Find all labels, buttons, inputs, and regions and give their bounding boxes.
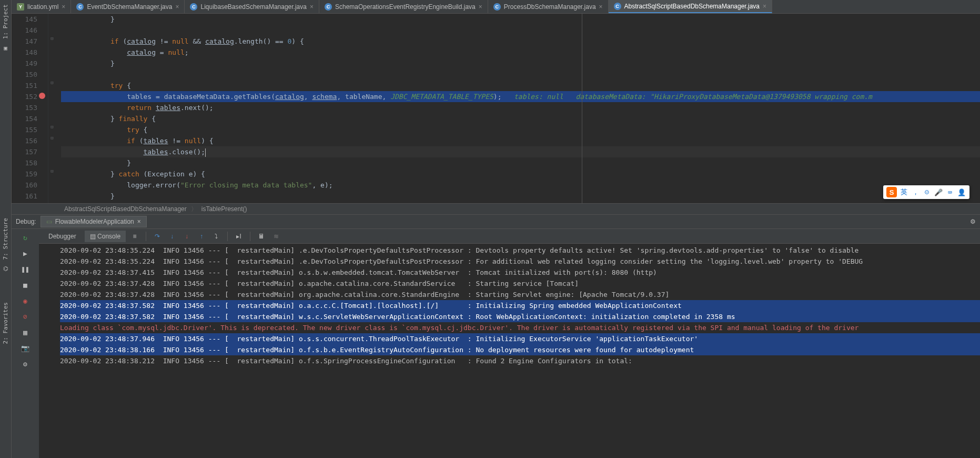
breadcrumb[interactable]: AbstractSqlScriptBasedDbSchemaManager 〉 … <box>12 203 980 215</box>
trace-icon[interactable]: ≋ <box>270 231 282 242</box>
line-number[interactable]: 155 <box>12 124 37 135</box>
close-icon[interactable]: × <box>479 3 482 11</box>
code-line[interactable]: tables = databaseMetaData.getTables(cata… <box>61 91 980 102</box>
ime-logo-icon[interactable]: S <box>886 187 897 197</box>
fold-marker[interactable] <box>48 113 56 124</box>
ime-toolbar[interactable]: S 英 ， ☺ 🎤 ⌨ 👤 <box>883 185 969 199</box>
editor-tab[interactable]: CLiquibaseBasedSchemaManager.java× <box>185 0 319 13</box>
stop-button[interactable]: ■ <box>20 280 31 290</box>
code-editor[interactable]: 1451461471481491501511521531541551561571… <box>12 14 980 203</box>
fold-marker[interactable]: ⊟ <box>48 168 56 180</box>
console-line[interactable]: Loading class `com.mysql.jdbc.Driver'. T… <box>60 322 980 333</box>
fold-marker[interactable] <box>48 47 56 58</box>
ime-mic-icon[interactable]: 🎤 <box>934 188 943 196</box>
fold-marker[interactable]: ⊟ <box>48 36 56 47</box>
line-number[interactable]: 157 <box>12 146 37 157</box>
ime-keyboard-icon[interactable]: ⌨ <box>945 188 955 196</box>
console-line[interactable]: 2020-09-02 23:48:37.946 INFO 13456 --- [… <box>60 333 980 344</box>
debugger-tab[interactable]: Debugger <box>43 231 82 242</box>
settings-button[interactable]: ⚙ <box>20 359 31 369</box>
structure-icon[interactable]: ⌬ <box>2 265 9 273</box>
fold-marker[interactable]: ⊟ <box>48 135 56 146</box>
breakpoint-icon[interactable] <box>39 93 45 99</box>
fold-marker[interactable] <box>48 91 56 102</box>
close-icon[interactable]: × <box>137 218 141 225</box>
line-number[interactable]: 148 <box>12 47 37 58</box>
close-icon[interactable]: × <box>599 3 603 11</box>
console-line[interactable]: 2020-09-02 23:48:38.166 INFO 13456 --- [… <box>60 344 980 355</box>
console-line[interactable]: 2020-09-02 23:48:35.224 INFO 13456 --- [… <box>60 245 980 256</box>
ime-user-icon[interactable]: 👤 <box>957 188 966 196</box>
close-icon[interactable]: × <box>310 3 314 11</box>
code-line[interactable]: } <box>61 58 980 69</box>
code-line[interactable]: if (tables != null) { <box>61 135 980 146</box>
code-line[interactable]: catalog = null; <box>61 47 980 58</box>
debug-config-tab[interactable]: ▭ FlowableModelerApplication × <box>41 216 147 227</box>
breadcrumb-method[interactable]: isTablePresent() <box>201 205 247 213</box>
step-over-icon[interactable]: ↷ <box>151 231 163 242</box>
line-number[interactable]: 153 <box>12 102 37 113</box>
console-output[interactable]: 2020-09-02 23:48:35.224 INFO 13456 --- [… <box>39 244 980 458</box>
fold-marker[interactable]: ⊟ <box>48 124 56 135</box>
code-area[interactable]: } if (catalog != null && catalog.length(… <box>56 14 980 203</box>
fold-marker[interactable] <box>48 25 56 36</box>
ime-emoji-icon[interactable]: ☺ <box>922 188 932 196</box>
step-out-icon[interactable]: ↑ <box>196 231 207 242</box>
code-line[interactable]: } <box>61 14 980 25</box>
editor-tab[interactable]: Ylication.yml× <box>12 0 71 13</box>
folder-icon[interactable]: ▣ <box>2 44 9 52</box>
editor-tab[interactable]: CEventDbSchemaManager.java× <box>71 0 185 13</box>
resume-button[interactable]: ▶ <box>20 248 31 258</box>
fold-marker[interactable] <box>48 180 56 191</box>
console-line[interactable]: 2020-09-02 23:48:35.224 INFO 13456 --- [… <box>60 256 980 267</box>
code-line[interactable]: if (catalog != null && catalog.length() … <box>61 36 980 47</box>
code-line[interactable]: try { <box>61 124 980 135</box>
code-line[interactable]: } <box>61 157 980 168</box>
step-into-icon[interactable]: ↓ <box>166 231 178 242</box>
fold-marker[interactable] <box>48 191 56 202</box>
code-line[interactable] <box>61 69 980 80</box>
fold-marker[interactable]: ⊟ <box>48 80 56 91</box>
fold-column[interactable]: ⊟⊟⊟⊟⊟ <box>48 14 56 203</box>
console-line[interactable]: 2020-09-02 23:48:37.582 INFO 13456 --- [… <box>60 311 980 322</box>
console-line[interactable]: 2020-09-02 23:48:38.212 INFO 13456 --- [… <box>60 355 980 366</box>
gear-icon[interactable]: ⚙ <box>970 218 976 225</box>
align-icon[interactable]: ≡ <box>129 231 140 242</box>
code-line[interactable] <box>61 25 980 36</box>
drop-frame-icon[interactable]: ⤵ <box>210 231 222 242</box>
evaluate-icon[interactable]: 🖩 <box>256 231 267 242</box>
force-step-into-icon[interactable]: ↓ <box>181 231 193 242</box>
line-number[interactable]: 149 <box>12 58 37 69</box>
editor-tab[interactable]: CSchemaOperationsEventRegistryEngineBuil… <box>319 0 488 13</box>
code-line[interactable]: } <box>61 202 980 203</box>
line-number[interactable]: 151 <box>12 80 37 91</box>
console-line[interactable]: 2020-09-02 23:48:37.428 INFO 13456 --- [… <box>60 289 980 300</box>
line-number[interactable]: 158 <box>12 157 37 168</box>
fold-marker[interactable] <box>48 69 56 80</box>
line-number[interactable]: 162 <box>12 202 37 203</box>
code-line[interactable]: tables.close(); <box>61 146 980 157</box>
close-icon[interactable]: × <box>763 3 766 10</box>
console-line[interactable]: 2020-09-02 23:48:37.582 INFO 13456 --- [… <box>60 300 980 311</box>
code-line[interactable]: return tables.next(); <box>61 102 980 113</box>
line-number[interactable]: 161 <box>12 191 37 202</box>
structure-tool-button[interactable]: 7: Structure <box>2 218 9 260</box>
line-number[interactable]: 145 <box>12 14 37 25</box>
fold-marker[interactable] <box>48 146 56 157</box>
camera-icon[interactable]: 📷 <box>20 343 31 353</box>
close-icon[interactable]: × <box>62 3 65 11</box>
view-breakpoints-button[interactable]: ◉ <box>20 295 31 306</box>
line-number[interactable]: 159 <box>12 168 37 180</box>
rerun-button[interactable]: ↻ <box>20 232 31 243</box>
fold-marker[interactable] <box>48 202 56 203</box>
line-gutter[interactable]: 1451461471481491501511521531541551561571… <box>12 14 48 203</box>
line-number[interactable]: 152 <box>12 91 37 102</box>
layout-button[interactable]: ▦ <box>20 327 31 337</box>
fold-marker[interactable] <box>48 102 56 113</box>
console-tab[interactable]: ▤ Console <box>85 231 126 242</box>
fold-marker[interactable] <box>48 157 56 168</box>
editor-tab[interactable]: CProcessDbSchemaManager.java× <box>488 0 609 13</box>
line-number[interactable]: 160 <box>12 180 37 191</box>
code-line[interactable]: } catch (Exception e) { <box>61 168 980 180</box>
console-line[interactable]: 2020-09-02 23:48:37.428 INFO 13456 --- [… <box>60 278 980 289</box>
